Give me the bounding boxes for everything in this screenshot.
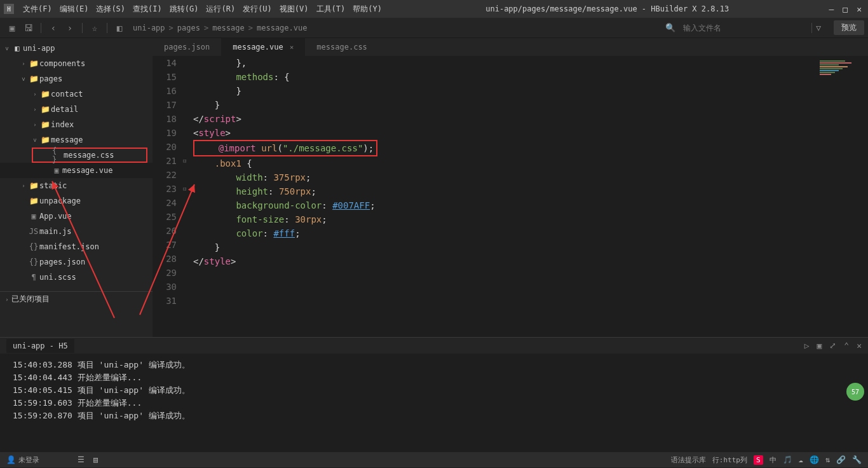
link-icon[interactable]: 🔗 xyxy=(836,455,846,464)
minimap[interactable] xyxy=(816,60,867,136)
wrench-icon[interactable]: 🔧 xyxy=(852,455,862,464)
menu-编辑(E)[interactable]: 编辑(E) xyxy=(56,4,93,15)
chevron-right-icon[interactable]: › xyxy=(3,296,11,303)
editor[interactable]: 141516171819202122232425262728293031 ⊟ ⊟… xyxy=(153,56,868,337)
back-icon[interactable]: ‹ xyxy=(45,23,62,33)
tree-pages.json[interactable]: {}pages.json xyxy=(0,254,153,270)
filter-icon[interactable]: ▽ xyxy=(816,23,821,32)
window-title: uni-app/pages/message/message.vue - HBui… xyxy=(386,4,829,13)
menu-视图(V)[interactable]: 视图(V) xyxy=(276,4,313,15)
close-button[interactable]: ✕ xyxy=(857,4,862,14)
user-status[interactable]: 👤 未登录 xyxy=(6,455,39,465)
list-icon[interactable]: ☰ xyxy=(78,455,85,464)
menu-选择(S)[interactable]: 选择(S) xyxy=(92,4,129,15)
syntax-label[interactable]: 语法提示库 xyxy=(671,455,706,465)
folder-icon: 📁 xyxy=(28,74,39,83)
chevron-icon[interactable]: › xyxy=(31,91,39,97)
chevron-icon[interactable]: › xyxy=(31,121,39,128)
menu-运行(R)[interactable]: 运行(R) xyxy=(202,4,239,15)
chevron-down-icon[interactable]: v xyxy=(3,45,11,52)
tree-label: pages.json xyxy=(39,258,85,266)
fold-gutter: ⊟ ⊟ xyxy=(183,56,193,337)
tree-label: App.vue xyxy=(39,212,72,221)
tree-pages[interactable]: v📁pages xyxy=(0,71,153,86)
tree-contact[interactable]: ›📁contact xyxy=(0,86,153,102)
tree-components[interactable]: ›📁components xyxy=(0,56,153,71)
chevron-icon[interactable]: › xyxy=(31,106,39,113)
project-icon[interactable]: ◧ xyxy=(111,23,128,33)
tree-message[interactable]: v📁message xyxy=(0,132,153,148)
run-icon[interactable]: ▷ xyxy=(804,341,810,350)
preview-button[interactable]: 预览 xyxy=(834,20,864,35)
chevron-icon[interactable]: › xyxy=(19,60,28,67)
menu-发行(U)[interactable]: 发行(U) xyxy=(239,4,276,15)
collapse-icon[interactable]: ⌃ xyxy=(844,341,849,350)
forward-icon[interactable]: › xyxy=(62,23,78,33)
save-icon[interactable]: 🖫 xyxy=(20,23,37,33)
tree-static[interactable]: ›📁static xyxy=(0,178,153,193)
folder-icon: 📁 xyxy=(28,59,39,68)
line-col[interactable]: 行:http列 xyxy=(712,455,747,465)
tree-main.js[interactable]: JSmain.js xyxy=(0,224,153,239)
search-icon[interactable]: 🔍 xyxy=(665,23,675,32)
tree-index[interactable]: ›📁index xyxy=(0,117,153,132)
panel-icon[interactable]: ▤ xyxy=(93,455,98,464)
window-controls: — □ ✕ xyxy=(829,4,862,14)
project-root[interactable]: v ◧ uni-app xyxy=(0,41,153,56)
music-icon[interactable]: 🎵 xyxy=(783,455,792,464)
expand-icon[interactable]: ⤢ xyxy=(829,341,836,350)
terminal-tab[interactable]: uni-app - H5 xyxy=(6,339,74,353)
tab-message.vue[interactable]: message.vue× xyxy=(221,38,305,56)
terminal-line: 15:40:05.415 项目 'uni-app' 编译成功。 xyxy=(13,384,855,397)
cloud-icon[interactable]: ☁ xyxy=(799,455,803,464)
closed-projects[interactable]: › 已关闭项目 xyxy=(0,291,153,306)
terminal-line: 15:59:19.603 开始差量编译... xyxy=(13,397,855,410)
minimize-button[interactable]: — xyxy=(829,4,834,14)
menu-文件(F)[interactable]: 文件(F) xyxy=(19,4,56,15)
terminal[interactable]: 15:40:03.288 项目 'uni-app' 编译成功。15:40:04.… xyxy=(0,354,868,452)
ime-label: 中 xyxy=(770,455,776,465)
tree-manifest.json[interactable]: {}manifest.json xyxy=(0,239,153,254)
json-icon: {} xyxy=(28,258,39,266)
tree-label: manifest.json xyxy=(39,242,99,251)
lock-icon[interactable]: ⇅ xyxy=(825,455,830,464)
new-file-icon[interactable]: ▣ xyxy=(4,23,20,33)
crumb-uni-app[interactable]: uni-app xyxy=(133,24,165,32)
breadcrumb: uni-app>pages>message>message.vue xyxy=(133,24,307,32)
search-input[interactable] xyxy=(681,22,808,34)
menu-帮助(Y)[interactable]: 帮助(Y) xyxy=(349,4,386,15)
tab-message.css[interactable]: message.css xyxy=(305,38,378,56)
close-tab-icon[interactable]: × xyxy=(290,43,294,52)
chevron-icon[interactable]: › xyxy=(19,182,28,189)
user-icon: 👤 xyxy=(6,455,16,464)
tree-message.css[interactable]: { }message.css xyxy=(32,148,147,163)
tree-detail[interactable]: ›📁detail xyxy=(0,102,153,117)
crumb-message[interactable]: message xyxy=(212,24,245,32)
maximize-button[interactable]: □ xyxy=(843,4,848,14)
chevron-icon[interactable]: v xyxy=(31,137,39,143)
tree-unpackage[interactable]: 📁unpackage xyxy=(0,193,153,209)
file-tree: ›📁componentsv📁pages›📁contact›📁detail›📁in… xyxy=(0,56,153,285)
star-icon[interactable]: ☆ xyxy=(86,23,103,33)
globe-icon[interactable]: 🌐 xyxy=(810,455,819,464)
tab-pages.json[interactable]: pages.json xyxy=(153,38,221,56)
tree-label: message xyxy=(51,135,83,144)
tree-label: main.js xyxy=(39,227,72,236)
stop-icon[interactable]: ▣ xyxy=(817,341,822,350)
menu-工具(T)[interactable]: 工具(T) xyxy=(313,4,349,15)
vue-icon: ▣ xyxy=(51,166,62,175)
crumb-message.vue[interactable]: message.vue xyxy=(257,24,307,32)
tree-uni.scss[interactable]: ¶uni.scss xyxy=(0,270,153,285)
tree-label: message.css xyxy=(64,151,114,160)
menu-查找(I)[interactable]: 查找(I) xyxy=(129,4,166,15)
project-name: uni-app xyxy=(23,44,55,53)
tree-message.vue[interactable]: ▣message.vue xyxy=(0,163,153,178)
close-terminal-icon[interactable]: ✕ xyxy=(857,341,862,350)
code-content[interactable]: }, methods: { } }</script><style> @impor… xyxy=(193,56,868,337)
menu-跳转(G)[interactable]: 跳转(G) xyxy=(166,4,203,15)
editor-tabs: pages.jsonmessage.vue×message.css xyxy=(153,38,868,56)
crumb-pages[interactable]: pages xyxy=(177,24,200,32)
chevron-icon[interactable]: v xyxy=(19,76,28,82)
tree-App.vue[interactable]: ▣App.vue xyxy=(0,209,153,224)
notification-badge[interactable]: 57 xyxy=(846,383,864,401)
